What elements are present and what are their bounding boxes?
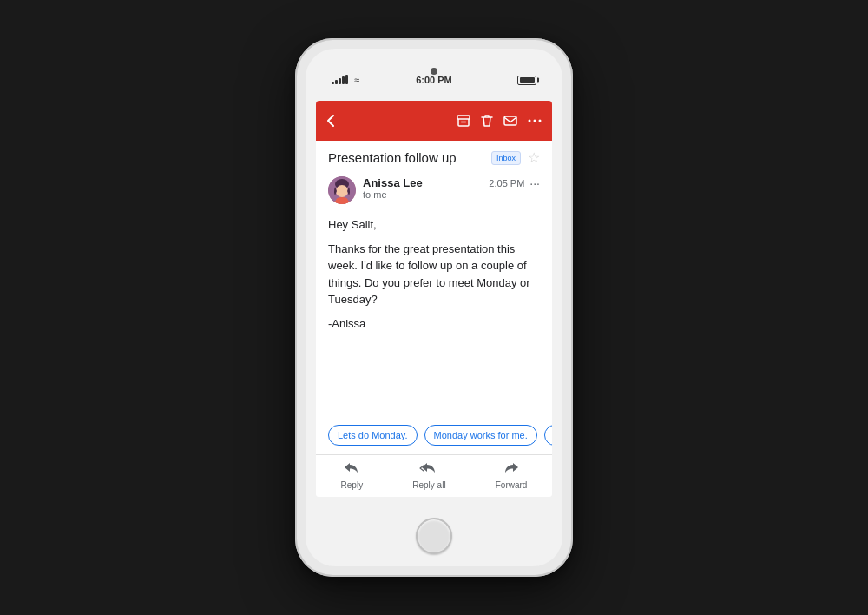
- email-signature: -Anissa: [328, 315, 540, 333]
- inbox-badge: Inbox: [491, 151, 521, 165]
- email-content: Thanks for the great presentation this w…: [328, 241, 540, 308]
- mark-unread-button[interactable]: [503, 116, 517, 126]
- bottom-actions: Reply Reply all: [316, 454, 552, 497]
- front-camera: [431, 68, 437, 75]
- svg-point-2: [529, 120, 531, 122]
- archive-button[interactable]: [457, 115, 470, 127]
- email-body: Hey Salit, Thanks for the great presenta…: [316, 209, 552, 418]
- forward-button[interactable]: Forward: [496, 460, 528, 490]
- signal-bar-3: [339, 78, 341, 84]
- email-greeting: Hey Salit,: [328, 216, 540, 234]
- reply-all-label: Reply all: [412, 480, 445, 490]
- reply-icon: [344, 460, 359, 478]
- signal-bar-5: [345, 75, 348, 84]
- gmail-toolbar: [316, 101, 552, 141]
- signal-bar-4: [342, 76, 345, 84]
- home-button[interactable]: [416, 518, 452, 554]
- status-left: ≈: [332, 75, 359, 85]
- reply-label: Reply: [341, 480, 364, 490]
- email-time: 2:05 PM: [489, 178, 524, 188]
- status-bar: ≈ 6:00 PM: [316, 61, 552, 99]
- signal-bars: [332, 76, 348, 84]
- smart-reply-1[interactable]: Lets do Monday.: [328, 425, 418, 446]
- forward-label: Forward: [496, 480, 528, 490]
- battery-indicator: [517, 76, 536, 85]
- svg-point-3: [534, 120, 536, 122]
- status-time: 6:00 PM: [416, 75, 452, 85]
- signal-bar-2: [335, 80, 338, 84]
- email-subject-row: Presentation follow up Inbox ☆: [316, 141, 552, 171]
- star-button[interactable]: ☆: [528, 149, 540, 166]
- email-options-button[interactable]: ···: [529, 176, 540, 190]
- svg-rect-1: [504, 116, 516, 125]
- wifi-icon: ≈: [354, 75, 359, 85]
- forward-icon: [503, 460, 519, 478]
- more-button[interactable]: [528, 119, 542, 122]
- svg-point-4: [539, 120, 542, 122]
- reply-all-button[interactable]: Reply all: [412, 460, 445, 490]
- svg-point-7: [336, 185, 348, 197]
- battery-icon: [517, 76, 536, 85]
- phone-bezel: ≈ 6:00 PM: [306, 49, 562, 566]
- email-subject: Presentation follow up: [328, 150, 484, 165]
- smart-reply-2[interactable]: Monday works for me.: [424, 425, 537, 446]
- sender-to: to me: [363, 189, 482, 200]
- svg-rect-0: [457, 116, 470, 119]
- phone-device: ≈ 6:00 PM: [295, 38, 573, 577]
- delete-button[interactable]: [481, 114, 493, 128]
- reply-button[interactable]: Reply: [341, 460, 364, 490]
- email-meta: 2:05 PM ···: [489, 176, 540, 190]
- smart-reply-3[interactable]: Either day works for me.: [544, 425, 552, 446]
- sender-info: Anissa Lee to me: [363, 176, 482, 200]
- sender-name: Anissa Lee: [363, 176, 482, 189]
- sender-avatar: [328, 176, 356, 204]
- back-button[interactable]: [326, 114, 335, 128]
- reply-all-icon: [419, 460, 438, 478]
- phone-screen: Presentation follow up Inbox ☆: [316, 101, 552, 497]
- sender-row: Anissa Lee to me 2:05 PM ···: [316, 171, 552, 209]
- battery-fill: [520, 77, 535, 83]
- smart-replies: Lets do Monday. Monday works for me. Eit…: [316, 418, 552, 454]
- signal-bar-1: [332, 82, 334, 84]
